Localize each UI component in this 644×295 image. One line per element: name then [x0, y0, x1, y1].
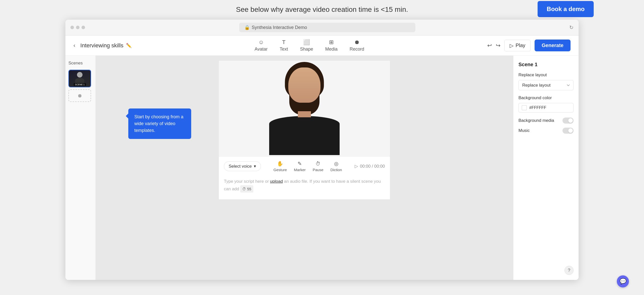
diction-label: Diction [331, 168, 342, 172]
background-color-label: Background color [518, 95, 574, 100]
music-row: Music [518, 128, 574, 134]
diction-tool[interactable]: ◎ Diction [331, 161, 342, 172]
main-content: Scenes SCENE 1 ⏺ Start by choosing from … [65, 56, 579, 280]
background-media-row: Background media [518, 118, 574, 124]
background-color-section: Background color #FFFFFF [518, 95, 574, 113]
color-swatch [522, 105, 527, 110]
video-canvas[interactable] [219, 61, 390, 156]
diction-icon: ◎ [334, 161, 338, 167]
toolbar-actions: ↩ ↪ ▷ Play Generate [487, 40, 571, 51]
toolbar-media[interactable]: ⊞ Media [325, 39, 338, 52]
music-label: Music [518, 128, 530, 133]
scenes-panel: Scenes SCENE 1 ⏺ [65, 56, 96, 280]
dot-red [70, 26, 74, 29]
top-banner: See below why average video creation tim… [0, 0, 644, 18]
browser-window: 🔒 Synthesia Interactive Demo ↻ ‹ Intervi… [65, 20, 579, 280]
toolbar-shape[interactable]: ⬜ Shape [300, 39, 313, 52]
time-value: 00:00 / 00:00 [360, 164, 385, 169]
scene-label-tag: SCENE 1 [74, 83, 86, 86]
chevron-down-icon: ▾ [254, 164, 256, 169]
replace-layout-select[interactable]: Replace layout [518, 80, 574, 90]
play-label: Play [515, 43, 525, 48]
shape-icon: ⬜ [303, 39, 310, 46]
text-icon: T [282, 39, 286, 46]
help-button[interactable]: ? [565, 266, 574, 275]
edit-icon[interactable]: ✏️ [126, 43, 132, 48]
book-demo-button[interactable]: Book a demo [538, 1, 594, 17]
play-small-icon: ▷ [355, 164, 358, 169]
browser-url-text: Synthesia Interactive Demo [252, 25, 307, 30]
silent-badge: ⏱ 55 [240, 185, 253, 193]
toolbar: ☺ Avatar T Text ⬜ Shape ⊞ Media ⏺ Record [132, 39, 488, 52]
timer-icon: ⏱ [242, 186, 246, 192]
music-toggle[interactable] [562, 128, 574, 134]
marker-icon: ✎ [298, 161, 302, 167]
generate-button[interactable]: Generate [535, 40, 571, 51]
color-input-row[interactable]: #FFFFFF [518, 103, 574, 113]
app-header: ‹ Interviewing skills ✏️ ☺ Avatar T Text… [65, 35, 579, 56]
canvas-area: Start by choosing from a wide variety of… [96, 56, 513, 280]
replace-layout-section: Replace layout Replace layout [518, 72, 574, 90]
shape-label: Shape [300, 47, 313, 52]
browser-chrome: 🔒 Synthesia Interactive Demo ↻ [65, 20, 579, 35]
pause-label: Pause [313, 168, 324, 172]
tooltip-popup: Start by choosing from a wide variety of… [128, 108, 191, 139]
avatar-area [219, 61, 390, 156]
script-area[interactable]: Type your script here or upload an audio… [224, 175, 385, 195]
record-icon: ⏺ [354, 39, 360, 46]
avatar-icon: ☺ [258, 39, 264, 46]
select-voice-button[interactable]: Select voice ▾ [224, 161, 261, 171]
scenes-label: Scenes [68, 61, 92, 66]
avatar-figure [264, 62, 345, 155]
upload-link[interactable]: upload [270, 179, 283, 184]
chatbot-symbol: 💬 [620, 278, 626, 285]
background-media-label: Background media [518, 118, 554, 123]
avatar-label: Avatar [255, 47, 268, 52]
gesture-tool[interactable]: ✋ Gesture [273, 161, 287, 172]
voice-row: Select voice ▾ ✋ Gesture ✎ Marker [224, 161, 385, 172]
tooltip-text: Start by choosing from a wide variety of… [134, 114, 183, 133]
replace-layout-label: Replace layout [518, 72, 574, 78]
media-label: Media [325, 47, 338, 52]
bottom-controls: Select voice ▾ ✋ Gesture ✎ Marker [219, 156, 390, 199]
scene-title: Scene 1 [518, 62, 574, 67]
dot-yellow [76, 26, 79, 29]
browser-url-bar: 🔒 Synthesia Interactive Demo [239, 23, 415, 32]
record-label: Record [350, 47, 364, 52]
banner-text: See below why average video creation tim… [236, 6, 408, 14]
gesture-label: Gesture [273, 168, 287, 172]
toolbar-avatar[interactable]: ☺ Avatar [255, 39, 268, 52]
media-icon: ⊞ [329, 39, 334, 46]
background-media-toggle[interactable] [562, 118, 574, 124]
chatbot-icon[interactable]: 💬 [617, 275, 629, 287]
media-tools: ✋ Gesture ✎ Marker ⏱ Pause ◎ [273, 161, 342, 172]
toolbar-record[interactable]: ⏺ Record [350, 39, 364, 52]
record-circle-icon: ⏺ [77, 93, 82, 99]
text-label: Text [280, 47, 288, 52]
browser-actions: ↻ [569, 24, 574, 30]
scene-1-thumbnail[interactable]: SCENE 1 [68, 70, 91, 87]
select-voice-label: Select voice [229, 164, 252, 169]
play-button[interactable]: ▷ Play [504, 40, 531, 51]
add-scene-button[interactable]: ⏺ [68, 89, 91, 102]
right-panel: Scene 1 Replace layout Replace layout Ba… [513, 56, 579, 280]
pause-icon: ⏱ [315, 161, 320, 167]
marker-label: Marker [294, 168, 306, 172]
project-name: Interviewing skills [80, 42, 123, 49]
pause-tool[interactable]: ⏱ Pause [313, 161, 324, 172]
marker-tool[interactable]: ✎ Marker [294, 161, 306, 172]
browser-dots [70, 26, 85, 29]
script-placeholder-text: Type your script here or [224, 179, 269, 184]
lock-icon: 🔒 [244, 25, 250, 30]
dot-green [82, 26, 85, 29]
toolbar-text[interactable]: T Text [280, 39, 288, 52]
undo-button[interactable]: ↩ [487, 42, 492, 49]
color-value: #FFFFFF [529, 105, 546, 110]
time-display: ▷ 00:00 / 00:00 [355, 164, 385, 169]
refresh-icon[interactable]: ↻ [569, 24, 574, 30]
gesture-icon: ✋ [277, 161, 283, 167]
redo-button[interactable]: ↪ [496, 42, 500, 49]
play-icon: ▷ [510, 43, 513, 49]
silent-badge-value: 55 [247, 186, 251, 192]
back-button[interactable]: ‹ [73, 42, 75, 49]
